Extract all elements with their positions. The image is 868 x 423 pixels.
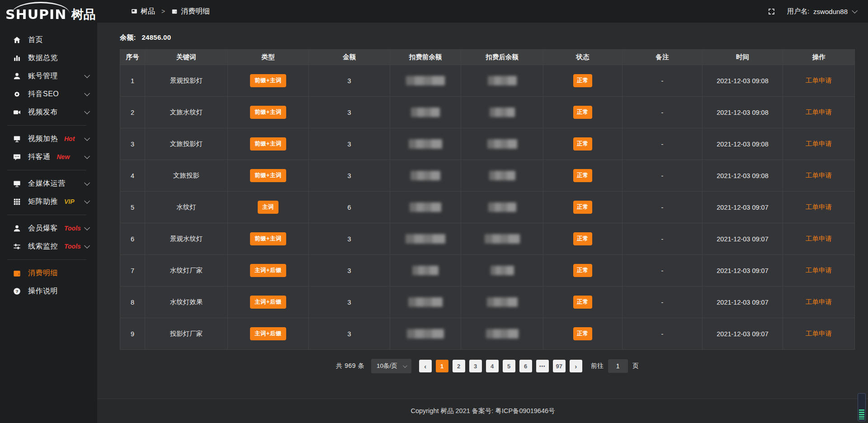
monitor-icon	[13, 179, 21, 188]
cell-keyword: 文旅水纹灯	[145, 97, 228, 128]
redacted-value	[407, 329, 444, 338]
page-button-3[interactable]: 3	[469, 360, 482, 372]
user-icon	[13, 72, 21, 80]
type-badge: 主词	[258, 201, 278, 214]
fullscreen-icon[interactable]	[768, 8, 775, 15]
cell-balance-after	[461, 128, 543, 160]
breadcrumb-item-current[interactable]: 消费明细	[171, 7, 210, 16]
username-label: 用户名:	[787, 7, 809, 16]
column-header: 状态	[543, 50, 623, 65]
cell-type: 主词+后缀	[228, 318, 309, 350]
sidebar-item-video-camera[interactable]: 视频发布	[0, 103, 97, 121]
sidebar-item-label: 消费明细	[28, 268, 58, 278]
redacted-value	[487, 297, 518, 307]
sidebar-item-label: 矩阵助推	[28, 197, 58, 207]
page-size-select[interactable]: 10条/页	[371, 359, 411, 373]
table-body: 1 景观投影灯 前缀+主词 3 正常 - 2021-12-03 09:08 工单…	[120, 65, 855, 350]
sidebar-item-grid[interactable]: 矩阵助推 VIP	[0, 193, 97, 211]
floating-scroll-widget[interactable]	[858, 393, 866, 421]
goto-page: 前往 页	[591, 359, 639, 373]
cell-keyword: 景观水纹灯	[145, 223, 228, 255]
page-button-1[interactable]: 1	[436, 360, 448, 372]
cell-balance-after	[461, 223, 543, 255]
sidebar-item-sliders[interactable]: 线索监控 Tools	[0, 237, 97, 255]
question-icon: ?	[13, 287, 21, 296]
sidebar-item-label: 抖音SEO	[28, 89, 59, 99]
brand-logo: SHUPIN 树品	[0, 0, 97, 26]
cell-time: 2021-12-03 09:07	[703, 255, 783, 287]
prev-page-button[interactable]: ‹	[419, 360, 432, 372]
work-order-link[interactable]: 工单申请	[806, 140, 832, 147]
cell-type: 主词+后缀	[228, 287, 309, 318]
cell-index: 3	[120, 128, 145, 160]
cell-action: 工单申请	[783, 160, 855, 192]
sidebar-item-gear[interactable]: 抖音SEO	[0, 85, 97, 103]
column-header: 扣费后余额	[461, 50, 543, 65]
work-order-link[interactable]: 工单申请	[806, 235, 832, 242]
page-button-2[interactable]: 2	[453, 360, 465, 372]
sidebar-item-member[interactable]: 会员爆客 Tools	[0, 219, 97, 237]
chevron-down-icon	[84, 72, 90, 78]
work-order-link[interactable]: 工单申请	[806, 298, 832, 306]
sidebar-item-user[interactable]: 账号管理	[0, 67, 97, 85]
work-order-link[interactable]: 工单申请	[806, 108, 832, 116]
cell-remark: -	[623, 287, 703, 318]
work-order-link[interactable]: 工单申请	[806, 203, 832, 211]
cell-keyword: 水纹灯	[145, 192, 228, 223]
type-badge: 前缀+主词	[250, 169, 286, 182]
video-camera-icon	[13, 108, 21, 117]
table-row: 8 水纹灯效果 主词+后缀 3 正常 - 2021-12-03 09:07 工单…	[120, 287, 855, 318]
breadcrumb-separator: >	[161, 8, 165, 15]
cell-keyword: 水纹灯厂家	[145, 255, 228, 287]
work-order-link[interactable]: 工单申请	[806, 172, 832, 179]
chevron-down-icon	[84, 180, 90, 186]
chevron-down-icon	[403, 363, 407, 368]
column-header: 金额	[309, 50, 390, 65]
sidebar-item-home[interactable]: 首页	[0, 31, 97, 49]
type-badge: 前缀+主词	[250, 137, 286, 150]
cell-remark: -	[623, 160, 703, 192]
cell-type: 前缀+主词	[228, 223, 309, 255]
page-button-4[interactable]: 4	[486, 360, 499, 372]
sidebar-item-bar-chart[interactable]: 数据总览	[0, 49, 97, 67]
redacted-value	[491, 266, 514, 275]
cell-balance-before	[390, 255, 461, 287]
sidebar-item-label: 抖客通	[28, 152, 51, 162]
column-header: 时间	[703, 50, 783, 65]
work-order-link[interactable]: 工单申请	[806, 267, 832, 274]
work-order-link[interactable]: 工单申请	[806, 330, 832, 337]
page-button-5[interactable]: 5	[503, 360, 515, 372]
cell-keyword: 文旅投影	[145, 160, 228, 192]
sidebar-item-monitor[interactable]: 全媒体运营	[0, 174, 97, 193]
cell-status: 正常	[543, 223, 623, 255]
status-badge: 正常	[573, 137, 592, 150]
page-button-6[interactable]: 6	[519, 360, 532, 372]
sidebar-item-chat[interactable]: 抖客通 New	[0, 148, 97, 166]
user-menu[interactable]: 用户名: zswodun88	[787, 7, 856, 16]
sidebar-item-question[interactable]: ? 操作说明	[0, 282, 97, 300]
type-badge: 前缀+主词	[250, 74, 286, 87]
bar-chart-icon	[13, 54, 21, 62]
cell-type: 前缀+主词	[228, 128, 309, 160]
chevron-down-icon	[84, 243, 90, 249]
redacted-value	[486, 329, 519, 338]
more-pages-button[interactable]: •••	[536, 360, 549, 372]
goto-page-input[interactable]	[608, 359, 628, 373]
work-order-link[interactable]: 工单申请	[806, 77, 832, 84]
page-button-97[interactable]: 97	[553, 360, 566, 372]
cell-balance-before	[390, 192, 461, 223]
sidebar-item-wallet[interactable]: 消费明细	[0, 264, 97, 282]
sidebar-item-badge: New	[57, 153, 70, 160]
breadcrumb: 树品 > 消费明细	[131, 7, 210, 16]
cell-balance-before	[390, 160, 461, 192]
cell-amount: 3	[309, 97, 390, 128]
sidebar-item-screen[interactable]: 视频加热 Hot	[0, 130, 97, 148]
type-badge: 主词+后缀	[250, 264, 286, 277]
cell-action: 工单申请	[783, 223, 855, 255]
status-badge: 正常	[573, 327, 592, 340]
next-page-button[interactable]: ›	[570, 360, 582, 372]
username-value: zswodun88	[813, 8, 848, 15]
cell-type: 主词+后缀	[228, 255, 309, 287]
breadcrumb-item-home[interactable]: 树品	[131, 7, 155, 16]
cell-balance-before	[390, 318, 461, 350]
